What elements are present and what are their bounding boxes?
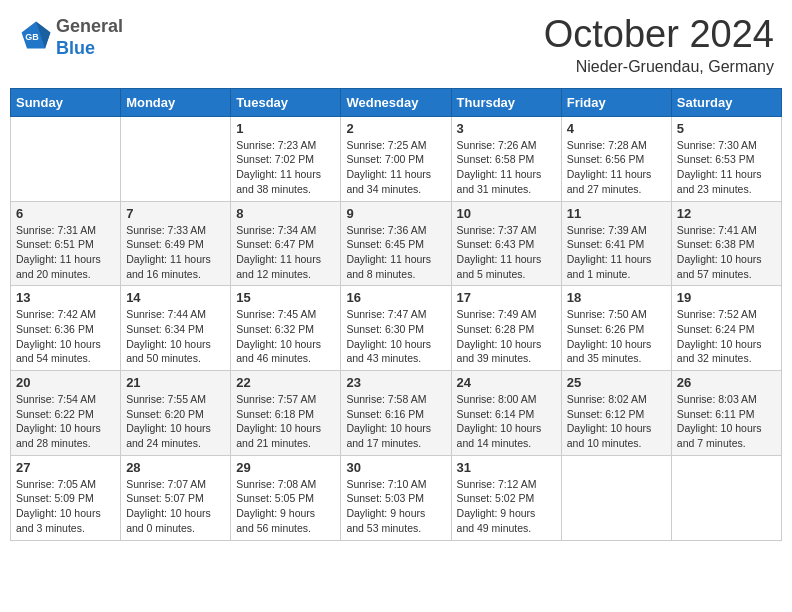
calendar-cell: 10Sunrise: 7:37 AM Sunset: 6:43 PM Dayli…	[451, 201, 561, 286]
cell-info: Sunrise: 8:02 AM Sunset: 6:12 PM Dayligh…	[567, 392, 666, 451]
calendar-cell: 3Sunrise: 7:26 AM Sunset: 6:58 PM Daylig…	[451, 116, 561, 201]
day-number: 3	[457, 121, 556, 136]
cell-info: Sunrise: 7:47 AM Sunset: 6:30 PM Dayligh…	[346, 307, 445, 366]
cell-info: Sunrise: 7:28 AM Sunset: 6:56 PM Dayligh…	[567, 138, 666, 197]
calendar-cell: 24Sunrise: 8:00 AM Sunset: 6:14 PM Dayli…	[451, 371, 561, 456]
cell-info: Sunrise: 7:54 AM Sunset: 6:22 PM Dayligh…	[16, 392, 115, 451]
cell-info: Sunrise: 7:07 AM Sunset: 5:07 PM Dayligh…	[126, 477, 225, 536]
calendar-cell: 28Sunrise: 7:07 AM Sunset: 5:07 PM Dayli…	[121, 455, 231, 540]
cell-info: Sunrise: 7:39 AM Sunset: 6:41 PM Dayligh…	[567, 223, 666, 282]
day-number: 13	[16, 290, 115, 305]
day-number: 14	[126, 290, 225, 305]
calendar-cell: 5Sunrise: 7:30 AM Sunset: 6:53 PM Daylig…	[671, 116, 781, 201]
calendar-cell: 20Sunrise: 7:54 AM Sunset: 6:22 PM Dayli…	[11, 371, 121, 456]
cell-info: Sunrise: 7:57 AM Sunset: 6:18 PM Dayligh…	[236, 392, 335, 451]
day-number: 29	[236, 460, 335, 475]
week-row-1: 1Sunrise: 7:23 AM Sunset: 7:02 PM Daylig…	[11, 116, 782, 201]
cell-info: Sunrise: 7:44 AM Sunset: 6:34 PM Dayligh…	[126, 307, 225, 366]
calendar-cell: 29Sunrise: 7:08 AM Sunset: 5:05 PM Dayli…	[231, 455, 341, 540]
day-number: 19	[677, 290, 776, 305]
calendar: SundayMondayTuesdayWednesdayThursdayFrid…	[10, 88, 782, 541]
logo: GB General Blue	[18, 14, 123, 58]
calendar-cell	[561, 455, 671, 540]
calendar-cell: 18Sunrise: 7:50 AM Sunset: 6:26 PM Dayli…	[561, 286, 671, 371]
cell-info: Sunrise: 7:58 AM Sunset: 6:16 PM Dayligh…	[346, 392, 445, 451]
day-number: 1	[236, 121, 335, 136]
calendar-cell	[121, 116, 231, 201]
cell-info: Sunrise: 7:23 AM Sunset: 7:02 PM Dayligh…	[236, 138, 335, 197]
day-number: 21	[126, 375, 225, 390]
day-number: 5	[677, 121, 776, 136]
calendar-cell: 15Sunrise: 7:45 AM Sunset: 6:32 PM Dayli…	[231, 286, 341, 371]
cell-info: Sunrise: 7:42 AM Sunset: 6:36 PM Dayligh…	[16, 307, 115, 366]
calendar-cell: 9Sunrise: 7:36 AM Sunset: 6:45 PM Daylig…	[341, 201, 451, 286]
calendar-cell: 4Sunrise: 7:28 AM Sunset: 6:56 PM Daylig…	[561, 116, 671, 201]
logo-blue: Blue	[56, 38, 95, 58]
day-number: 20	[16, 375, 115, 390]
cell-info: Sunrise: 7:10 AM Sunset: 5:03 PM Dayligh…	[346, 477, 445, 536]
day-number: 18	[567, 290, 666, 305]
day-number: 26	[677, 375, 776, 390]
day-number: 2	[346, 121, 445, 136]
month-title: October 2024	[544, 14, 774, 56]
week-row-5: 27Sunrise: 7:05 AM Sunset: 5:09 PM Dayli…	[11, 455, 782, 540]
calendar-cell: 11Sunrise: 7:39 AM Sunset: 6:41 PM Dayli…	[561, 201, 671, 286]
weekday-header-monday: Monday	[121, 88, 231, 116]
day-number: 27	[16, 460, 115, 475]
cell-info: Sunrise: 7:05 AM Sunset: 5:09 PM Dayligh…	[16, 477, 115, 536]
day-number: 23	[346, 375, 445, 390]
calendar-cell: 6Sunrise: 7:31 AM Sunset: 6:51 PM Daylig…	[11, 201, 121, 286]
cell-info: Sunrise: 7:55 AM Sunset: 6:20 PM Dayligh…	[126, 392, 225, 451]
week-row-2: 6Sunrise: 7:31 AM Sunset: 6:51 PM Daylig…	[11, 201, 782, 286]
calendar-cell: 13Sunrise: 7:42 AM Sunset: 6:36 PM Dayli…	[11, 286, 121, 371]
svg-text:GB: GB	[25, 32, 39, 42]
weekday-header-friday: Friday	[561, 88, 671, 116]
cell-info: Sunrise: 7:08 AM Sunset: 5:05 PM Dayligh…	[236, 477, 335, 536]
day-number: 7	[126, 206, 225, 221]
day-number: 24	[457, 375, 556, 390]
calendar-cell: 1Sunrise: 7:23 AM Sunset: 7:02 PM Daylig…	[231, 116, 341, 201]
calendar-cell: 7Sunrise: 7:33 AM Sunset: 6:49 PM Daylig…	[121, 201, 231, 286]
cell-info: Sunrise: 7:37 AM Sunset: 6:43 PM Dayligh…	[457, 223, 556, 282]
calendar-cell: 16Sunrise: 7:47 AM Sunset: 6:30 PM Dayli…	[341, 286, 451, 371]
calendar-cell: 26Sunrise: 8:03 AM Sunset: 6:11 PM Dayli…	[671, 371, 781, 456]
calendar-cell: 17Sunrise: 7:49 AM Sunset: 6:28 PM Dayli…	[451, 286, 561, 371]
cell-info: Sunrise: 8:00 AM Sunset: 6:14 PM Dayligh…	[457, 392, 556, 451]
calendar-cell	[671, 455, 781, 540]
cell-info: Sunrise: 7:49 AM Sunset: 6:28 PM Dayligh…	[457, 307, 556, 366]
day-number: 15	[236, 290, 335, 305]
weekday-header-wednesday: Wednesday	[341, 88, 451, 116]
cell-info: Sunrise: 7:52 AM Sunset: 6:24 PM Dayligh…	[677, 307, 776, 366]
day-number: 28	[126, 460, 225, 475]
cell-info: Sunrise: 7:41 AM Sunset: 6:38 PM Dayligh…	[677, 223, 776, 282]
day-number: 6	[16, 206, 115, 221]
calendar-cell: 25Sunrise: 8:02 AM Sunset: 6:12 PM Dayli…	[561, 371, 671, 456]
cell-info: Sunrise: 7:12 AM Sunset: 5:02 PM Dayligh…	[457, 477, 556, 536]
day-number: 17	[457, 290, 556, 305]
title-block: October 2024 Nieder-Gruendau, Germany	[544, 14, 774, 76]
logo-general: General	[56, 16, 123, 36]
cell-info: Sunrise: 7:45 AM Sunset: 6:32 PM Dayligh…	[236, 307, 335, 366]
weekday-header-saturday: Saturday	[671, 88, 781, 116]
cell-info: Sunrise: 7:25 AM Sunset: 7:00 PM Dayligh…	[346, 138, 445, 197]
calendar-cell: 30Sunrise: 7:10 AM Sunset: 5:03 PM Dayli…	[341, 455, 451, 540]
cell-info: Sunrise: 8:03 AM Sunset: 6:11 PM Dayligh…	[677, 392, 776, 451]
week-row-3: 13Sunrise: 7:42 AM Sunset: 6:36 PM Dayli…	[11, 286, 782, 371]
cell-info: Sunrise: 7:50 AM Sunset: 6:26 PM Dayligh…	[567, 307, 666, 366]
weekday-header-sunday: Sunday	[11, 88, 121, 116]
weekday-header-thursday: Thursday	[451, 88, 561, 116]
cell-info: Sunrise: 7:36 AM Sunset: 6:45 PM Dayligh…	[346, 223, 445, 282]
location: Nieder-Gruendau, Germany	[544, 58, 774, 76]
day-number: 8	[236, 206, 335, 221]
day-number: 22	[236, 375, 335, 390]
calendar-cell: 19Sunrise: 7:52 AM Sunset: 6:24 PM Dayli…	[671, 286, 781, 371]
day-number: 12	[677, 206, 776, 221]
cell-info: Sunrise: 7:34 AM Sunset: 6:47 PM Dayligh…	[236, 223, 335, 282]
calendar-cell: 31Sunrise: 7:12 AM Sunset: 5:02 PM Dayli…	[451, 455, 561, 540]
cell-info: Sunrise: 7:26 AM Sunset: 6:58 PM Dayligh…	[457, 138, 556, 197]
weekday-header-row: SundayMondayTuesdayWednesdayThursdayFrid…	[11, 88, 782, 116]
calendar-cell: 23Sunrise: 7:58 AM Sunset: 6:16 PM Dayli…	[341, 371, 451, 456]
cell-info: Sunrise: 7:30 AM Sunset: 6:53 PM Dayligh…	[677, 138, 776, 197]
day-number: 11	[567, 206, 666, 221]
day-number: 16	[346, 290, 445, 305]
